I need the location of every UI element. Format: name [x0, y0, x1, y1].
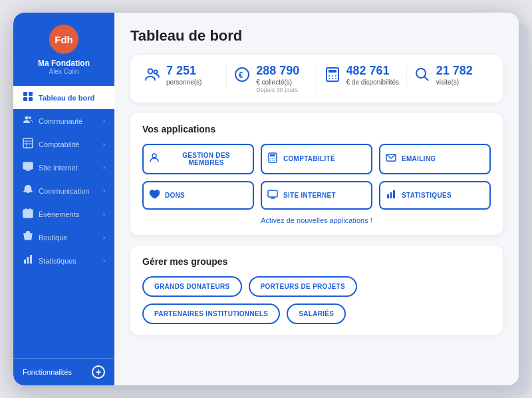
chevron-icon: › — [103, 211, 105, 218]
chevron-icon: › — [103, 164, 105, 171]
svg-point-32 — [416, 69, 426, 78]
group-button-partenaires-institutionnels[interactable]: PARTENAIRES INSTITUTIONNELS — [142, 303, 280, 324]
stat-value-dispo: 482 761 — [346, 65, 400, 78]
group-button-porteurs-de-projets[interactable]: PORTEURS DE PROJETS — [249, 276, 357, 297]
app-button-site-internet[interactable]: SITE INTERNET — [261, 181, 372, 210]
app-button-membres[interactable]: GESTION DES MEMBRES — [142, 144, 254, 174]
stat-label-visites: visite(s) — [436, 78, 473, 87]
svg-point-40 — [270, 160, 271, 161]
org-name: Ma Fondation — [38, 59, 90, 68]
svg-line-33 — [424, 77, 428, 81]
person-icon — [149, 152, 160, 165]
svg-point-28 — [335, 75, 336, 77]
sidebar-item-statistiques[interactable]: Statistiques › — [13, 249, 114, 272]
group-button-salaries[interactable]: SALARIÉS — [287, 303, 346, 324]
chevron-icon: › — [103, 188, 105, 194]
sidebar-item-tableau-de-bord[interactable]: Tableau de bord — [13, 86, 114, 109]
svg-point-41 — [272, 160, 273, 161]
apps-card-title: Vos applications — [142, 124, 491, 134]
calendar-icon — [23, 208, 33, 220]
sidebar-item-communication[interactable]: Communication › — [13, 179, 114, 202]
svg-point-39 — [274, 158, 275, 159]
sidebar-label: Boutique — [39, 234, 67, 242]
svg-rect-48 — [390, 192, 392, 198]
page-title: Tableau de bord — [130, 27, 503, 45]
stat-collecte: € 288 790 € collecté(s) Depuis 30 jours — [227, 65, 317, 93]
sidebar-label: Évènements — [39, 210, 79, 218]
window-main: Fdh Ma Fondation Alex Colin Tableau de b… — [13, 13, 519, 385]
svg-rect-36 — [270, 154, 275, 156]
sidebar-item-evenements[interactable]: Évènements › — [13, 202, 114, 226]
svg-rect-1 — [29, 92, 33, 96]
svg-point-5 — [29, 116, 31, 119]
calc-icon — [267, 152, 278, 165]
sidebar-item-comptabilite[interactable]: Comptabilité › — [13, 132, 114, 156]
stats-icon — [386, 189, 396, 202]
svg-rect-49 — [393, 190, 395, 198]
heart-icon — [149, 189, 160, 202]
svg-rect-25 — [329, 70, 336, 73]
svg-point-37 — [270, 158, 271, 159]
groups-card: Gérer mes groupes GRANDS DONATEURS PORTE… — [130, 246, 503, 335]
grid-icon — [23, 91, 33, 104]
svg-point-29 — [329, 78, 330, 79]
stat-label-dispo: € de disponibilités — [346, 78, 400, 87]
groups-card-title: Gérer mes groupes — [142, 256, 491, 267]
svg-rect-3 — [29, 97, 33, 101]
groups-grid: GRANDS DONATEURS PORTEURS DE PROJETS PAR… — [142, 276, 491, 324]
avatar: Fdh — [49, 25, 78, 54]
stat-label-personnes: personne(s) — [166, 78, 201, 87]
add-fonctionnalites-button[interactable]: + — [92, 365, 105, 379]
sidebar-label: Statistiques — [39, 257, 76, 265]
app-label: SITE INTERNET — [283, 192, 336, 199]
sidebar-label: Communauté — [39, 117, 82, 125]
svg-rect-18 — [27, 257, 29, 264]
svg-text:€: € — [239, 71, 243, 80]
app-label: COMPTABILITÉ — [283, 155, 335, 162]
users-icon — [23, 114, 33, 127]
chart-icon — [23, 254, 33, 267]
app-label: EMAILING — [402, 155, 436, 162]
chevron-icon: › — [103, 118, 105, 124]
svg-rect-44 — [268, 190, 277, 197]
svg-point-42 — [274, 160, 275, 161]
chevron-icon: › — [103, 141, 105, 148]
svg-point-38 — [272, 158, 273, 159]
svg-point-26 — [329, 75, 330, 77]
monitor-app-icon — [267, 189, 278, 202]
svg-rect-17 — [24, 260, 26, 264]
apps-grid: GESTION DES MEMBRES — [142, 144, 491, 210]
stat-personnes: 7 251 personne(s) — [137, 65, 227, 87]
stat-sublabel-collecte: Depuis 30 jours — [256, 87, 299, 93]
calculator-icon — [324, 66, 341, 87]
svg-rect-2 — [23, 97, 27, 101]
activate-link[interactable]: Activez de nouvelles applications ! — [142, 216, 491, 224]
sidebar-nav: Tableau de bord Communauté › Comptabilit… — [13, 86, 114, 272]
app-button-dons[interactable]: DONS — [142, 181, 254, 210]
sidebar-item-communaute[interactable]: Communauté › — [13, 109, 114, 132]
bag-icon — [23, 231, 33, 244]
stat-visites: 21 782 visite(s) — [407, 65, 496, 87]
svg-point-20 — [148, 69, 153, 74]
app-button-comptabilite[interactable]: COMPTABILITÉ — [261, 144, 372, 174]
svg-point-30 — [332, 78, 333, 79]
main-content: Tableau de bord 7 251 personne(s — [114, 13, 519, 385]
svg-rect-10 — [23, 162, 33, 169]
search-stat-icon — [414, 66, 431, 87]
svg-rect-19 — [30, 255, 32, 264]
stat-value-personnes: 7 251 — [166, 65, 201, 78]
app-label: DONS — [165, 192, 185, 199]
app-button-statistiques[interactable]: STATISTIQUES — [379, 181, 491, 210]
group-button-grands-donateurs[interactable]: GRANDS DONATEURS — [142, 276, 242, 297]
app-button-emailing[interactable]: EMAILING — [379, 144, 491, 174]
stats-row: 7 251 personne(s) € 288 790 € collecté(s… — [130, 55, 503, 102]
window-wrapper: Fdh Ma Fondation Alex Colin Tableau de b… — [13, 13, 519, 385]
svg-rect-0 — [23, 92, 27, 96]
envelope-icon — [386, 152, 396, 165]
sidebar-item-site-internet[interactable]: Site internet › — [13, 156, 114, 179]
svg-point-31 — [335, 78, 336, 79]
app-label: GESTION DES MEMBRES — [165, 152, 247, 166]
sidebar-footer[interactable]: Fonctionnalités + — [13, 358, 114, 385]
monitor-icon — [23, 161, 33, 174]
sidebar-item-boutique[interactable]: Boutique › — [13, 226, 114, 249]
